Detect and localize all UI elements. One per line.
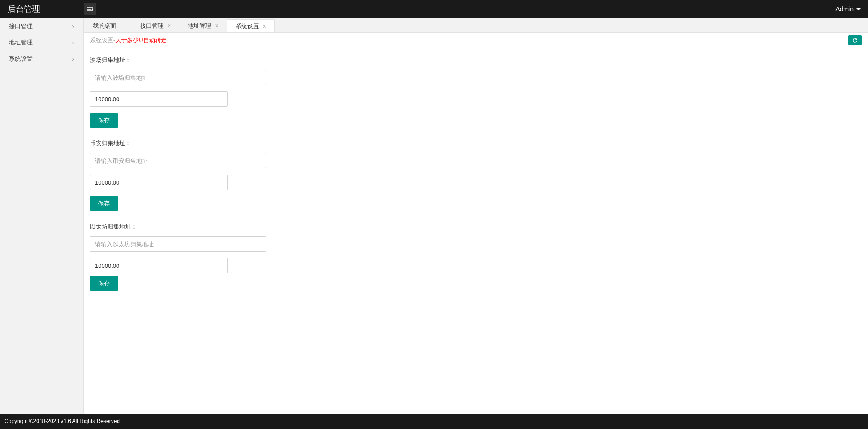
form-group-eth: 以太坊归集地址： 保存 [90,223,862,291]
sidebar-toggle-button[interactable] [84,3,96,15]
sidebar-item-address[interactable]: 地址管理 › [0,34,83,51]
tab-label: 系统设置 [236,22,259,30]
page-title-prefix: 系统设置- [90,36,115,44]
footer-text: Copyright ©2018-2023 v1.6 All Rights Res… [5,418,120,424]
sidebar-item-settings[interactable]: 系统设置 › [0,51,83,67]
refresh-icon [852,37,858,43]
form-label-tron: 波场归集地址： [90,56,862,64]
tab-settings[interactable]: 系统设置 × [227,19,275,32]
header: 后台管理 Admin [0,0,868,18]
chevron-right-icon: › [72,23,74,30]
tab-label: 我的桌面 [93,22,116,30]
content: 系统设置- 大于多少U自动转走 波场归集地址： 保存 币安归集地址： [84,33,868,414]
form-area: 波场归集地址： 保存 币安归集地址： 保存 以太坊归集地址： 保存 [84,48,868,299]
caret-down-icon [856,8,861,10]
tab-desktop[interactable]: 我的桌面 × [85,19,132,32]
user-menu[interactable]: Admin [835,5,863,13]
tabs: 我的桌面 × 接口管理 × 地址管理 × 系统设置 × [84,19,868,33]
main: 我的桌面 × 接口管理 × 地址管理 × 系统设置 × 系统设置- 大于多少U自… [84,18,868,414]
binance-amount-input[interactable] [90,175,228,190]
sidebar-item-label: 系统设置 [9,55,33,63]
tab-label: 地址管理 [188,22,211,30]
form-group-tron: 波场归集地址： 保存 [90,56,862,128]
tron-amount-input[interactable] [90,91,228,107]
footer: Copyright ©2018-2023 v1.6 All Rights Res… [0,414,868,429]
refresh-button[interactable] [848,35,862,45]
eth-amount-input[interactable] [90,258,228,273]
chevron-right-icon: › [72,39,74,46]
tron-address-input[interactable] [90,70,266,85]
save-button-tron[interactable]: 保存 [90,113,118,128]
user-label: Admin [835,5,854,13]
sidebar: 接口管理 › 地址管理 › 系统设置 › [0,18,84,414]
header-logo: 后台管理 [5,4,84,14]
close-icon[interactable]: × [215,23,218,29]
menu-collapse-icon [86,5,94,13]
tab-address[interactable]: 地址管理 × [179,19,227,32]
close-icon[interactable]: × [167,23,171,29]
form-group-binance: 币安归集地址： 保存 [90,139,862,211]
tab-api[interactable]: 接口管理 × [132,19,179,32]
form-label-binance: 币安归集地址： [90,139,862,148]
page-title-accent: 大于多少U自动转走 [115,36,166,44]
form-label-eth: 以太坊归集地址： [90,223,862,231]
tab-label: 接口管理 [140,22,164,30]
sidebar-item-label: 地址管理 [9,38,33,47]
save-button-binance[interactable]: 保存 [90,196,118,211]
binance-address-input[interactable] [90,153,266,168]
save-button-eth[interactable]: 保存 [90,276,118,291]
sidebar-item-label: 接口管理 [9,22,33,30]
eth-address-input[interactable] [90,236,266,252]
sidebar-item-api[interactable]: 接口管理 › [0,18,83,34]
close-icon[interactable]: × [263,23,266,29]
chevron-right-icon: › [72,55,74,62]
toolbar: 系统设置- 大于多少U自动转走 [84,33,868,48]
